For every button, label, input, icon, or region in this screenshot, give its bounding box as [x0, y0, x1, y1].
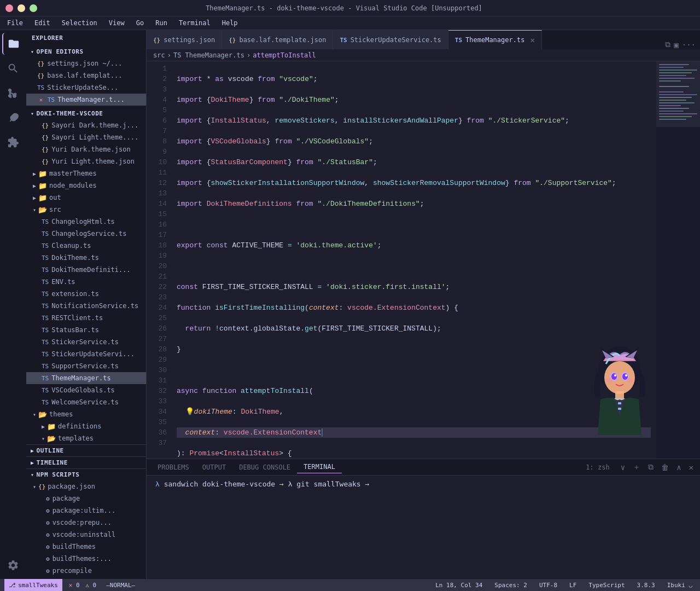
sidebar-supportservice[interactable]: TS SupportService.ts	[26, 360, 146, 372]
sidebar-thememanager[interactable]: TS ThemeManager.ts	[26, 372, 146, 384]
sidebar-stickerservice[interactable]: TS StickerService.ts	[26, 336, 146, 348]
terminal-dropdown-icon[interactable]: ∨	[619, 462, 627, 473]
statusbar-language[interactable]: TypeScript	[585, 582, 628, 589]
sidebar-yuri-light[interactable]: {} Yuri Light.theme.json	[26, 155, 146, 167]
menu-run[interactable]: Run	[151, 18, 172, 28]
sidebar-sayori-light[interactable]: {} Sayori Light.theme....	[26, 131, 146, 143]
titlebar-controls[interactable]	[5, 4, 37, 12]
menu-edit[interactable]: Edit	[30, 18, 55, 28]
sidebar-yuri-dark[interactable]: {} Yuri Dark.theme.json	[26, 143, 146, 155]
statusbar-user[interactable]: Ibuki ◡	[664, 582, 696, 589]
sidebar-stickerupdateservi[interactable]: TS StickerUpdateServi...	[26, 348, 146, 360]
sidebar-notificationservice[interactable]: TS NotificationService.ts	[26, 300, 146, 312]
npm-precompile[interactable]: ⚙ precompile	[26, 565, 146, 577]
sidebar-vscodeglobals[interactable]: TS VSCodeGlobals.ts	[26, 384, 146, 396]
git-branch[interactable]: ⎇ smallTweaks	[4, 579, 62, 591]
menu-help[interactable]: Help	[218, 18, 242, 28]
sidebar-cleanup[interactable]: TS Cleanup.ts	[26, 240, 146, 252]
script-icon: ⚙	[46, 531, 50, 538]
sidebar-masterthemes[interactable]: ▶ 📁 masterThemes	[26, 167, 146, 179]
menu-view[interactable]: View	[104, 18, 129, 28]
minimap[interactable]	[656, 61, 700, 459]
terminal-tab-problems[interactable]: PROBLEMS	[151, 461, 196, 473]
ts-icon: TS	[42, 387, 49, 394]
sidebar-statusbar[interactable]: TS StatusBar.ts	[26, 324, 146, 336]
sidebar-dokitheme[interactable]: TS DokiTheme.ts	[26, 252, 146, 264]
activity-extensions[interactable]	[2, 131, 24, 153]
statusbar-errors[interactable]: ✕ 0 ⚠ 0	[66, 582, 100, 589]
menu-go[interactable]: Go	[132, 18, 148, 28]
activity-source-control[interactable]	[2, 82, 24, 104]
npm-scripts-section[interactable]: ▾ NPM SCRIPTS	[26, 468, 146, 480]
activity-settings[interactable]	[2, 554, 24, 576]
terminal-close-icon[interactable]: ✕	[687, 462, 696, 473]
activity-explorer[interactable]	[2, 33, 24, 55]
npm-buildthemes-ellipsis[interactable]: ⚙ buildThemes:...	[26, 553, 146, 565]
open-editor-settings[interactable]: {} settings.json ~/...	[26, 57, 146, 69]
breadcrumb-func[interactable]: attemptToInstall	[253, 51, 316, 59]
sidebar-definitions[interactable]: ▶ 📁 definitions	[26, 420, 146, 432]
menu-terminal[interactable]: Terminal	[174, 18, 215, 28]
code-editor[interactable]: 12345 678910 1112131415 1617181920 21222…	[147, 61, 700, 459]
activity-run[interactable]	[2, 107, 24, 129]
tab-sticker-update[interactable]: TS StickerUpdateService.ts	[333, 30, 448, 49]
npm-buildthemes[interactable]: ⚙ buildThemes	[26, 541, 146, 553]
statusbar-line-ending[interactable]: LF	[566, 582, 580, 589]
npm-package[interactable]: ⚙ package	[26, 493, 146, 505]
menu-file[interactable]: File	[3, 18, 27, 28]
open-editor-base-laf[interactable]: {} base.laf.templat...	[26, 69, 146, 82]
timeline-section[interactable]: ▶ TIMELINE	[26, 456, 146, 468]
open-editor-thememanager[interactable]: ✕ TS ThemeManager.t...	[26, 94, 146, 106]
outline-section[interactable]: ▶ OUTLINE	[26, 444, 146, 456]
terminal-tab-output[interactable]: OUTPUT	[196, 461, 232, 473]
terminal-add-icon[interactable]: ＋	[631, 461, 643, 473]
split-editor-icon[interactable]: ⧉	[665, 40, 670, 49]
terminal-collapse-icon[interactable]: ∧	[674, 462, 683, 473]
sidebar-templates[interactable]: ▾ 📂 templates	[26, 432, 146, 444]
statusbar-version[interactable]: 3.8.3	[634, 582, 658, 589]
sidebar-restclient[interactable]: TS RESTClient.ts	[26, 312, 146, 324]
breadcrumb-src[interactable]: src	[153, 51, 165, 59]
sidebar-themes-folder[interactable]: ▾ 📂 themes	[26, 408, 146, 420]
code-content[interactable]: import * as vscode from "vscode"; import…	[171, 61, 656, 459]
npm-package-json[interactable]: ▾ {} package.json	[26, 480, 146, 493]
more-actions-icon[interactable]: ···	[682, 40, 696, 49]
statusbar-spaces[interactable]: Spaces: 2	[491, 582, 530, 589]
project-header[interactable]: ▾ DOKI-THEME-VSCODE	[26, 106, 146, 119]
tab-settings[interactable]: {} settings.json	[147, 30, 222, 49]
statusbar-encoding[interactable]: UTF-8	[536, 582, 561, 589]
close-icon[interactable]: ✕	[37, 96, 45, 103]
terminal-trash-icon[interactable]: 🗑	[659, 462, 671, 473]
terminal-split-icon[interactable]: ⧉	[646, 461, 656, 473]
sidebar-out[interactable]: ▶ 📁 out	[26, 192, 146, 204]
close-button[interactable]	[5, 4, 13, 12]
open-editor-sticker[interactable]: TS StickerUpdateSe...	[26, 82, 146, 94]
sidebar-src[interactable]: ▾ 📂 src	[26, 204, 146, 216]
open-editors-header[interactable]: ▾ OPEN EDITORS	[26, 44, 146, 57]
sidebar-welcomeservice[interactable]: TS WelcomeService.ts	[26, 396, 146, 408]
npm-vscode-uninstall[interactable]: ⚙ vscode:uninstall	[26, 529, 146, 541]
tab-close-icon[interactable]: ✕	[530, 36, 534, 44]
sidebar-dokithemedefiniti[interactable]: TS DokiThemeDefiniti...	[26, 264, 146, 276]
sidebar-sayori-dark[interactable]: {} Sayori Dark.theme.j...	[26, 119, 146, 131]
sidebar-extension[interactable]: TS extension.ts	[26, 288, 146, 300]
tab-base-laf[interactable]: {} base.laf.template.json	[222, 30, 333, 49]
terminal-content[interactable]: λ sandwich doki-theme-vscode → λ git sma…	[147, 476, 700, 579]
activity-search[interactable]	[2, 57, 24, 79]
terminal-tab-debug-console[interactable]: DEBUG CONSOLE	[232, 461, 297, 473]
sidebar-env[interactable]: TS ENV.ts	[26, 276, 146, 288]
explorer-header[interactable]: EXPLORER	[26, 30, 146, 44]
npm-package-ultim[interactable]: ⚙ package:ultim...	[26, 505, 146, 517]
menu-selection[interactable]: Selection	[57, 18, 102, 28]
breadcrumb-file[interactable]: TS ThemeManager.ts	[173, 51, 244, 59]
sidebar-changelogservice[interactable]: TS ChangelogService.ts	[26, 228, 146, 240]
maximize-button[interactable]	[30, 4, 37, 12]
npm-vscode-prepu[interactable]: ⚙ vscode:prepu...	[26, 517, 146, 529]
sidebar-changeloghtml[interactable]: TS ChangelogHtml.ts	[26, 216, 146, 228]
toggle-panel-icon[interactable]: ▣	[674, 40, 678, 49]
minimize-button[interactable]	[18, 4, 25, 12]
sidebar-node-modules[interactable]: ▶ 📁 node_modules	[26, 179, 146, 192]
terminal-tab-terminal[interactable]: TERMINAL	[297, 461, 342, 473]
statusbar-position[interactable]: Ln 18, Col 34	[432, 582, 486, 589]
tab-theme-manager[interactable]: TS ThemeManager.ts ✕	[448, 30, 542, 49]
